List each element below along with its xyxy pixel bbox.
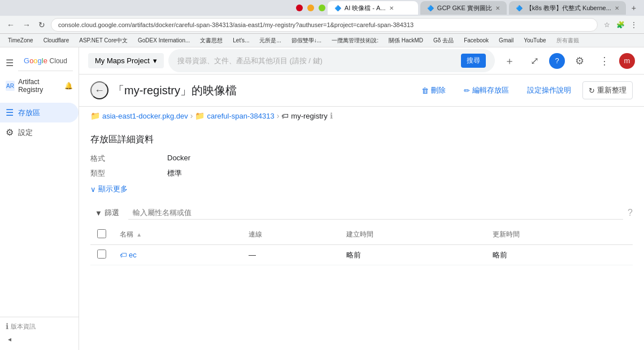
setup-instructions-button[interactable]: 設定操作說明 — [520, 82, 578, 99]
sidebar-item-settings[interactable]: ⚙ 設定 — [0, 123, 79, 142]
page-actions: 🗑 刪除 ✏ 編輯存放區 設定操作說明 ↻ 重新整理 — [415, 81, 633, 99]
filter-input[interactable] — [128, 206, 623, 220]
created-column-label: 建立時間 — [346, 230, 373, 238]
tab3-close-button[interactable]: ✕ — [615, 5, 619, 11]
row-checkbox[interactable] — [97, 250, 106, 259]
address-bar: ← → ↻ console.cloud.google.com/artifacts… — [0, 16, 644, 34]
bookmark-fb[interactable]: Facebook — [460, 36, 492, 45]
inactive-tab-1[interactable]: 🔷 GCP GKE 實例圖比 ✕ — [420, 1, 507, 15]
sort-icon: ▲ — [136, 231, 142, 238]
close-button[interactable] — [296, 5, 303, 11]
show-more-button[interactable]: ∨ 顯示更多 — [90, 184, 633, 194]
breadcrumb-info-icon[interactable]: ℹ — [330, 111, 333, 120]
maximize-icon[interactable]: ⤢ — [524, 51, 545, 71]
sidebar-nav: ☰ 存放區 ⚙ 設定 — [0, 98, 79, 147]
bookmarks-bar: TimeZone Cloudflare ASP.NET Core中文 GoDEX… — [0, 34, 644, 47]
name-column-header[interactable]: 名稱 ▲ — [113, 225, 242, 245]
minimize-button[interactable] — [307, 5, 314, 11]
table-help-icon[interactable]: ? — [628, 208, 633, 218]
maximize-button[interactable] — [319, 5, 325, 11]
sidebar-app-section: AR Artifact Registry 🔔 — [0, 76, 79, 98]
repo-details: 存放區詳細資料 格式 Docker 類型 標準 ∨ 顯示更多 — [79, 125, 644, 199]
page-header: ← 「my-registry」的映像檔 🗑 刪除 ✏ 編輯存放區 設定操作說明 — [79, 75, 644, 107]
settings-button[interactable]: ⚙ — [569, 51, 590, 71]
table-body: 🏷 ec — 略前 略前 — [90, 245, 633, 265]
connection-column-header: 連線 — [242, 225, 340, 245]
format-value: Docker — [167, 152, 633, 165]
image-link[interactable]: 🏷 ec — [120, 251, 235, 259]
image-tag-icon: 🏷 — [120, 251, 127, 259]
row-updated-value: 略前 — [493, 251, 507, 259]
menu-button[interactable]: ⋮ — [628, 19, 639, 30]
tab-favicon: 🔷 — [334, 5, 341, 11]
refresh-label: 重新整理 — [597, 85, 626, 95]
settings-icon: ⚙ — [6, 127, 14, 138]
type-label: 類型 — [90, 167, 158, 180]
active-tab[interactable]: 🔷 AI 映像檔 - A... ✕ — [328, 1, 418, 15]
bookmark-lets[interactable]: Let's... — [229, 36, 253, 45]
refresh-button[interactable]: ↻ 重新整理 — [582, 81, 633, 99]
delete-button[interactable]: 🗑 刪除 — [415, 82, 452, 99]
bookmark-cloudflare[interactable]: Cloudflare — [40, 36, 73, 45]
delete-icon: 🗑 — [421, 86, 429, 95]
bookmark-corsair[interactable]: 所有書籤 — [553, 36, 582, 46]
bookmark-g[interactable]: Gδ 去品 — [430, 36, 457, 46]
bookmark-dl[interactable]: 節假雙學↓... — [288, 36, 325, 46]
select-all-checkbox[interactable] — [97, 229, 106, 238]
back-nav-button[interactable]: ← — [5, 19, 17, 30]
sidebar-collapse-button[interactable]: ◂ — [6, 333, 73, 345]
search-button[interactable]: 搜尋 — [461, 54, 486, 68]
breadcrumb-label-1: asia-east1-docker.pkg.dev — [102, 112, 188, 120]
breadcrumb-item-1[interactable]: 📁 asia-east1-docker.pkg.dev — [90, 111, 188, 120]
tab2-close-button[interactable]: ✕ — [495, 5, 500, 11]
star-button[interactable]: ☆ — [601, 19, 612, 30]
back-button[interactable]: ← — [90, 81, 108, 99]
breadcrumb-current: 🏷 my-registry ℹ — [281, 111, 332, 120]
notify-bell[interactable]: 🔔 — [64, 82, 73, 90]
tag-icon: 🏷 — [281, 112, 289, 120]
project-selector[interactable]: My Maps Project ▾ — [88, 53, 164, 68]
url-text: console.cloud.google.com/artifacts/docke… — [58, 21, 414, 28]
filter-button[interactable]: ▼ 篩選 — [90, 205, 124, 220]
breadcrumb-item-2[interactable]: 📁 careful-span-384313 — [195, 111, 274, 120]
bookmark-hackmd[interactable]: 關係 HackMD — [385, 36, 427, 46]
new-tab-button[interactable]: + — [628, 2, 639, 14]
forward-nav-button[interactable]: → — [20, 19, 33, 30]
tab-label: AI 映像檔 - A... — [345, 4, 386, 12]
bookmark-d[interactable]: 文書思想 — [197, 36, 226, 46]
search-bar[interactable]: 搜尋資源、文件、產品和其他項目 (請按 / 鍵) 搜尋 — [168, 49, 495, 72]
url-bar[interactable]: console.cloud.google.com/artifacts/docke… — [51, 18, 598, 32]
inactive-tab-2[interactable]: 🔷 【k8s 教學】代整式 Kuberne... ✕ — [509, 1, 626, 15]
bookmark-yuan[interactable]: 元所是... — [256, 36, 284, 46]
sidebar-item-storage[interactable]: ☰ 存放區 — [0, 103, 79, 123]
sidebar-bottom: ℹ 版本資訊 ◂ — [0, 317, 79, 350]
bookmark-manage[interactable]: 一攬萬管理技術說: — [328, 36, 382, 46]
search-placeholder-text: 搜尋資源、文件、產品和其他項目 (請按 / 鍵) — [177, 56, 323, 66]
detail-grid: 格式 Docker 類型 標準 — [90, 152, 633, 180]
bookmark-yt[interactable]: YouTube — [520, 36, 549, 45]
refresh-icon: ↻ — [589, 86, 595, 95]
chevron-down-icon: ▾ — [153, 56, 157, 65]
google-cloud-logo[interactable]: Google Cloud — [18, 54, 73, 71]
tab-close-button[interactable]: ✕ — [389, 5, 394, 11]
edit-icon: ✏ — [464, 86, 470, 95]
version-info[interactable]: ℹ 版本資訊 — [6, 322, 73, 331]
bookmark-gmail[interactable]: Gmail — [495, 36, 517, 45]
extension-button[interactable]: 🧩 — [615, 19, 626, 30]
row-connection-value: — — [249, 251, 256, 259]
row-created-cell: 略前 — [340, 245, 486, 265]
bookmark-godex[interactable]: GoDEX Internation... — [134, 36, 193, 45]
browser-actions: ☆ 🧩 ⋮ — [601, 19, 639, 30]
name-column-label: 名稱 — [120, 230, 133, 238]
help-button[interactable]: ? — [549, 53, 565, 69]
hamburger-menu[interactable]: ☰ — [6, 58, 14, 68]
breadcrumb-sep-2: › — [277, 111, 280, 120]
reload-button[interactable]: ↻ — [36, 19, 47, 30]
notifications-button[interactable]: ⋮ — [594, 51, 615, 71]
bookmark-aspnet[interactable]: ASP.NET Core中文 — [76, 36, 131, 46]
add-button[interactable]: ＋ — [499, 51, 520, 71]
user-avatar[interactable]: m — [619, 53, 635, 69]
sidebar: ☰ Google Cloud AR Artifact Registry 🔔 ☰ … — [0, 47, 79, 350]
edit-description-button[interactable]: ✏ 編輯存放區 — [457, 82, 516, 99]
bookmark-timezone[interactable]: TimeZone — [5, 36, 37, 45]
